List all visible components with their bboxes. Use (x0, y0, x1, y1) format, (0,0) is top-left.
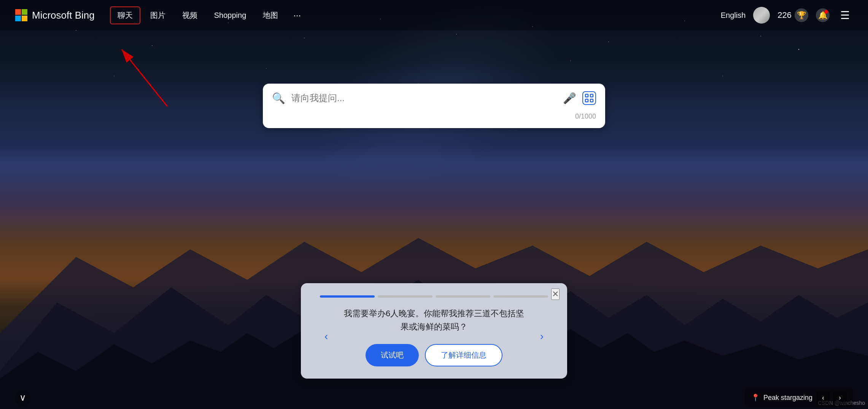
progress-dot-2 (378, 295, 432, 298)
svg-rect-11 (590, 99, 593, 102)
next-button[interactable]: › (536, 329, 548, 344)
learn-more-button[interactable]: 了解详细信息 (425, 344, 502, 366)
search-top: 🔍 🎤 (272, 91, 596, 105)
bottom-bar: ∨ 📍 Peak stargazing ‹ › (0, 386, 868, 409)
nav-videos[interactable]: 视频 (175, 7, 204, 24)
search-box: 🔍 🎤 0/1000 (263, 84, 605, 128)
search-icon: 🔍 (272, 92, 285, 105)
svg-rect-10 (585, 99, 588, 102)
logo-blue (15, 16, 21, 21)
card-buttons: 试试吧 了解详细信息 (340, 344, 528, 366)
nav-items: 聊天 图片 视频 Shopping 地图 ··· (110, 6, 721, 24)
trophy-icon[interactable]: 🏆 (795, 8, 808, 22)
svg-rect-8 (585, 94, 588, 97)
arrow-annotation (99, 38, 175, 116)
card-nav: ‹ 我需要举办6人晚宴。你能帮我推荐三道不包括坚果或海鲜的菜吗？ 试试吧 了解详… (320, 307, 548, 366)
svg-rect-9 (590, 94, 593, 97)
try-button[interactable]: 试试吧 (366, 344, 419, 366)
location-text: Peak stargazing (763, 394, 812, 402)
prev-button[interactable]: ‹ (320, 329, 332, 344)
location-info: 📍 Peak stargazing ‹ › (745, 388, 853, 407)
nav-shopping[interactable]: Shopping (207, 8, 253, 23)
search-actions: 🎤 (563, 91, 596, 105)
hamburger-menu[interactable]: ☰ (837, 8, 853, 23)
progress-dot-1 (320, 295, 375, 298)
nav-maps[interactable]: 地图 (256, 7, 285, 24)
suggestion-card: ✕ ‹ 我需要举办6人晚宴。你能帮我推荐三道不包括坚果或海鲜的菜吗？ 试试吧 了… (301, 283, 567, 379)
language-selector[interactable]: English (721, 11, 746, 20)
nav-more[interactable]: ··· (288, 7, 306, 24)
score-badge: 226 🏆 (777, 8, 808, 22)
notification-bell[interactable]: 🔔 (816, 8, 830, 22)
logo-red (15, 9, 21, 15)
notification-dot (824, 10, 828, 14)
camera-icon[interactable] (582, 91, 596, 105)
navbar: Microsoft Bing 聊天 图片 视频 Shopping 地图 ··· … (0, 0, 868, 30)
logo-text: Microsoft Bing (32, 10, 95, 21)
microphone-icon[interactable]: 🎤 (563, 92, 576, 105)
search-input[interactable] (291, 93, 557, 103)
nav-images[interactable]: 图片 (143, 7, 172, 24)
score-value: 226 (777, 10, 792, 20)
location-icon: 📍 (751, 393, 760, 402)
svg-line-7 (122, 49, 167, 106)
nav-right: English 226 🏆 🔔 ☰ (721, 7, 853, 24)
nav-chat[interactable]: 聊天 (110, 6, 140, 24)
search-counter: 0/1000 (272, 109, 596, 120)
card-text: 我需要举办6人晚宴。你能帮我推荐三道不包括坚果或海鲜的菜吗？ (340, 307, 528, 333)
prev-image-button[interactable]: ‹ (816, 391, 830, 404)
avatar-image (753, 7, 770, 24)
search-container: 🔍 🎤 0/1000 (263, 84, 605, 128)
logo-area[interactable]: Microsoft Bing (15, 9, 95, 21)
card-progress (320, 295, 548, 298)
next-image-button[interactable]: › (833, 391, 847, 404)
logo-green (22, 9, 27, 15)
progress-dot-4 (493, 295, 548, 298)
scroll-down-button[interactable]: ∨ (15, 390, 30, 405)
progress-dot-3 (436, 295, 490, 298)
close-button[interactable]: ✕ (551, 289, 560, 300)
logo-yellow (22, 16, 27, 21)
avatar[interactable] (753, 7, 770, 24)
nav-arrows: ‹ › (816, 391, 847, 404)
microsoft-logo (15, 9, 27, 21)
